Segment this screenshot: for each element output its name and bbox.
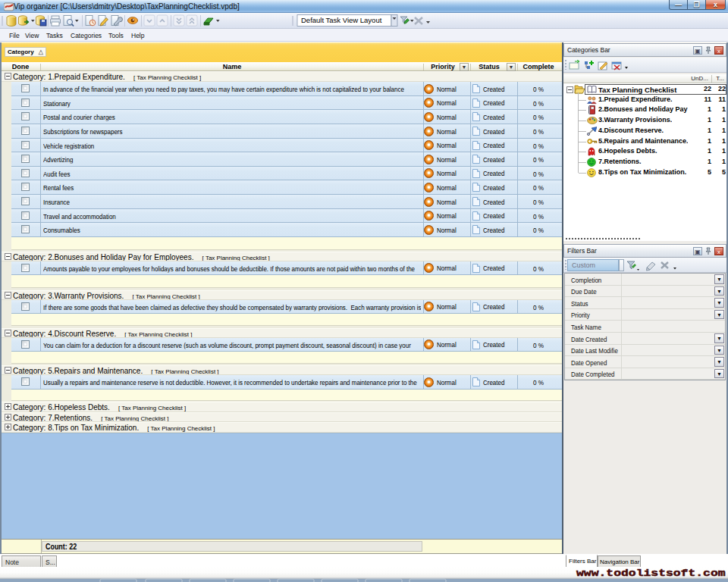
svg-text:Default Task View Layout: Default Task View Layout [301,16,382,24]
